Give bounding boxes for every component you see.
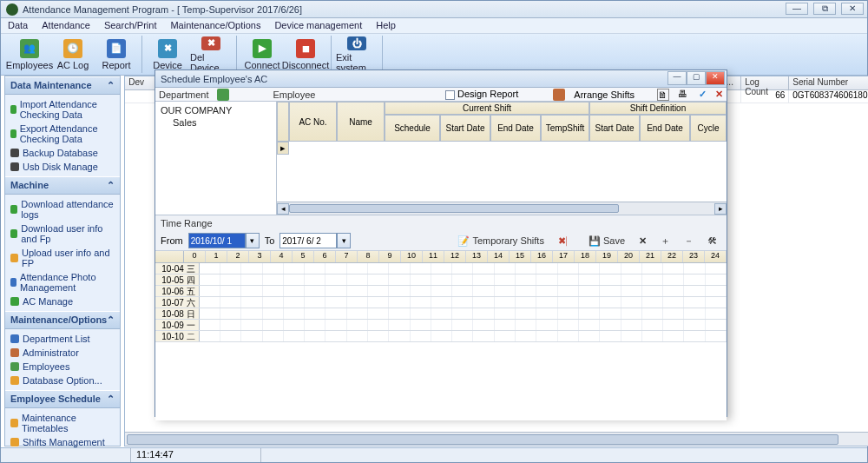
scroll-right-icon[interactable]: ▸ — [714, 203, 727, 215]
tree-node-child[interactable]: Sales — [161, 116, 271, 129]
time-cell[interactable] — [516, 286, 536, 296]
time-cell[interactable] — [389, 274, 410, 285]
time-cell[interactable] — [411, 286, 431, 296]
sidebar-item[interactable]: AC Manage — [9, 294, 116, 308]
time-cell[interactable] — [473, 297, 494, 308]
time-cell[interactable] — [200, 274, 220, 285]
time-cell[interactable] — [473, 320, 494, 330]
print-icon[interactable]: 🖶 — [678, 89, 690, 101]
side-head-data-maintenance[interactable]: Data Maintenance⌃ — [5, 76, 120, 95]
time-cell[interactable] — [220, 274, 241, 285]
dialog-maximize-button[interactable]: ▢ — [687, 71, 706, 85]
time-cell[interactable] — [621, 274, 642, 285]
time-cell[interactable] — [241, 263, 262, 274]
add-button[interactable]: ＋ — [656, 233, 674, 248]
time-cell[interactable] — [558, 274, 579, 285]
time-cell[interactable] — [220, 320, 241, 330]
time-cell[interactable] — [495, 286, 516, 296]
col-cycle[interactable]: Cycle — [690, 115, 727, 142]
menu-help[interactable]: Help — [376, 20, 396, 31]
menu-data[interactable]: Data — [8, 20, 28, 31]
time-cell[interactable] — [241, 274, 262, 285]
time-cell[interactable] — [263, 274, 284, 285]
time-cell[interactable] — [368, 286, 389, 296]
time-cell[interactable] — [621, 297, 642, 308]
time-row[interactable]: 10-07 六 — [155, 297, 727, 308]
time-cell[interactable] — [263, 331, 284, 341]
time-cell[interactable] — [200, 297, 220, 308]
time-cell[interactable] — [389, 331, 410, 341]
col-end-date2[interactable]: End Date — [640, 115, 690, 142]
time-cell[interactable] — [579, 274, 600, 285]
time-cell[interactable] — [220, 308, 241, 319]
time-cell[interactable] — [706, 274, 727, 285]
sidebar-item[interactable]: Upload user info and FP — [9, 246, 116, 270]
time-cell[interactable] — [495, 331, 516, 341]
time-cell[interactable] — [431, 263, 452, 274]
time-cell[interactable] — [220, 331, 241, 341]
time-cell[interactable] — [536, 320, 557, 330]
side-head-employee-schedule[interactable]: Employee Schedule⌃ — [5, 390, 120, 408]
time-cell[interactable] — [347, 274, 368, 285]
time-cell[interactable] — [600, 263, 621, 274]
sidebar-item[interactable]: Import Attendance Checking Data — [9, 97, 116, 122]
time-cell[interactable] — [368, 331, 389, 341]
sidebar-item[interactable]: Database Option... — [9, 374, 116, 387]
time-cell[interactable] — [326, 331, 346, 341]
col-name[interactable]: Name — [337, 102, 385, 142]
side-head-maintenance-options[interactable]: Maintenance/Options⌃ — [5, 311, 120, 329]
time-cell[interactable] — [579, 297, 600, 308]
preview-icon[interactable]: 🗎 — [657, 89, 669, 101]
col-temp-shift[interactable]: TempShift — [541, 115, 589, 142]
time-cell[interactable] — [558, 331, 579, 341]
time-cell[interactable] — [389, 286, 410, 296]
settings-button[interactable]: 🛠 — [703, 233, 721, 248]
time-cell[interactable] — [431, 286, 452, 296]
time-cell[interactable] — [347, 331, 368, 341]
time-cell[interactable] — [411, 297, 431, 308]
time-cell[interactable] — [241, 297, 262, 308]
arrange-shifts-link[interactable]: Arrange Shifts — [574, 89, 635, 100]
sidebar-item[interactable]: Download user info and Fp — [9, 222, 116, 246]
time-cell[interactable] — [220, 297, 241, 308]
time-cell[interactable] — [663, 286, 684, 296]
time-cell[interactable] — [200, 331, 220, 341]
time-cell[interactable] — [368, 263, 389, 274]
time-cell[interactable] — [706, 263, 727, 274]
col-header[interactable]: Log Count — [741, 76, 789, 89]
time-cell[interactable] — [305, 274, 326, 285]
department-tree[interactable]: OUR COMPANY Sales — [155, 102, 277, 215]
time-cell[interactable] — [516, 320, 536, 330]
time-cell[interactable] — [284, 274, 305, 285]
time-cell[interactable] — [411, 320, 431, 330]
time-row[interactable]: 10-06 五 — [155, 286, 727, 297]
time-cell[interactable] — [600, 286, 621, 296]
time-cell[interactable] — [431, 331, 452, 341]
time-cell[interactable] — [431, 308, 452, 319]
from-date-input[interactable] — [188, 233, 246, 248]
col-current-shift[interactable]: Current Shift — [385, 102, 589, 115]
time-cell[interactable] — [684, 308, 705, 319]
time-cell[interactable] — [263, 286, 284, 296]
time-cell[interactable] — [411, 308, 431, 319]
time-cell[interactable] — [347, 308, 368, 319]
time-cell[interactable] — [684, 331, 705, 341]
time-cell[interactable] — [452, 274, 473, 285]
time-cell[interactable] — [326, 286, 346, 296]
time-cell[interactable] — [473, 263, 494, 274]
time-cell[interactable] — [579, 320, 600, 330]
close-button[interactable]: ✕ — [841, 3, 864, 15]
time-cell[interactable] — [284, 286, 305, 296]
time-cell[interactable] — [536, 286, 557, 296]
time-cell[interactable] — [663, 331, 684, 341]
time-cell[interactable] — [600, 274, 621, 285]
time-cell[interactable] — [642, 331, 663, 341]
time-cell[interactable] — [558, 297, 579, 308]
time-row[interactable]: 10-08 日 — [155, 308, 727, 320]
time-cell[interactable] — [706, 320, 727, 330]
time-cell[interactable] — [495, 263, 516, 274]
time-cell[interactable] — [473, 286, 494, 296]
time-cell[interactable] — [368, 320, 389, 330]
time-cell[interactable] — [663, 263, 684, 274]
col-start-date[interactable]: Start Date — [440, 115, 490, 142]
